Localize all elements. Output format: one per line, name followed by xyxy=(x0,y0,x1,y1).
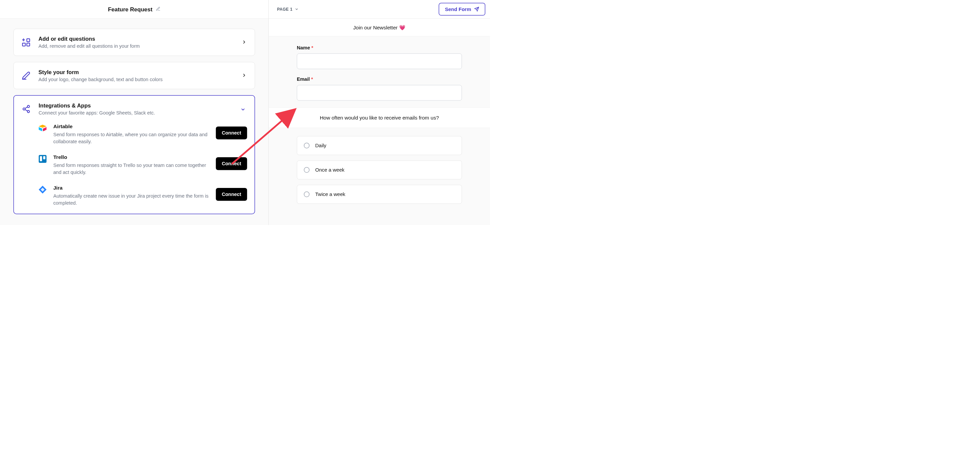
email-label: Email * xyxy=(297,76,462,82)
integration-jira: Jira Automatically create new issue in y… xyxy=(38,185,247,206)
chevron-right-icon xyxy=(242,73,247,78)
questions-icon xyxy=(21,37,31,48)
option-label: Once a week xyxy=(315,167,345,173)
radio-icon xyxy=(304,167,310,173)
editor-body: Add or edit questions Add, remove and ed… xyxy=(0,19,269,225)
preview-panel: PAGE 1 Send Form Join our Newsletter 💗 N… xyxy=(269,0,490,225)
trello-icon xyxy=(38,154,48,163)
required-indicator: * xyxy=(311,76,313,82)
name-label-text: Name xyxy=(297,45,310,51)
integration-name: Jira xyxy=(54,185,209,191)
field-email: Email * xyxy=(297,76,462,101)
integration-name: Trello xyxy=(54,154,209,160)
option-label: Twice a week xyxy=(315,192,345,197)
svg-rect-2 xyxy=(27,39,30,42)
card-style[interactable]: Style your form Add your logo, change ba… xyxy=(13,62,255,89)
frequency-options: Daily Once a week Twice a week xyxy=(269,128,490,204)
card-integrations-title: Integrations & Apps xyxy=(39,103,155,109)
preview-header: PAGE 1 Send Form xyxy=(269,0,490,19)
chevron-right-icon xyxy=(242,40,247,45)
integration-desc: Send form responses to Airtable, where y… xyxy=(54,131,209,145)
radio-icon xyxy=(304,192,310,197)
svg-rect-13 xyxy=(43,156,45,159)
card-style-title: Style your form xyxy=(38,69,163,76)
email-label-text: Email xyxy=(297,76,310,82)
card-integrations[interactable]: Integrations & Apps Connect your favorit… xyxy=(13,95,255,214)
card-integrations-desc: Connect your favorite apps: Google Sheet… xyxy=(39,110,155,116)
integration-trello: Trello Send form responses straight to T… xyxy=(38,154,247,176)
send-form-button[interactable]: Send Form xyxy=(439,3,485,16)
option-once-a-week[interactable]: Once a week xyxy=(297,160,462,180)
connect-trello-button[interactable]: Connect xyxy=(216,157,247,170)
chevron-down-icon[interactable] xyxy=(241,107,246,113)
name-label: Name * xyxy=(297,45,462,51)
style-icon xyxy=(21,70,31,81)
card-style-desc: Add your logo, change background, text a… xyxy=(38,77,163,82)
svg-rect-3 xyxy=(22,43,25,46)
svg-rect-12 xyxy=(40,156,42,161)
connect-jira-button[interactable]: Connect xyxy=(216,188,247,201)
integration-airtable: Airtable Send form responses to Airtable… xyxy=(38,124,247,145)
name-input[interactable] xyxy=(297,54,462,69)
send-icon xyxy=(474,7,479,12)
option-label: Daily xyxy=(315,143,326,149)
edit-title-icon[interactable] xyxy=(156,7,161,12)
integration-desc: Automatically create new issue in your J… xyxy=(54,192,209,206)
integration-desc: Send form responses straight to Trello s… xyxy=(54,162,209,176)
page-selector-label: PAGE 1 xyxy=(277,7,293,12)
card-questions-title: Add or edit questions xyxy=(38,36,140,42)
radio-icon xyxy=(304,143,310,149)
preview-form-title: Join our Newsletter 💗 xyxy=(269,19,490,37)
email-input[interactable] xyxy=(297,85,462,101)
option-twice-a-week[interactable]: Twice a week xyxy=(297,185,462,204)
card-questions-desc: Add, remove and edit all questions in yo… xyxy=(38,43,140,49)
integration-name: Airtable xyxy=(54,124,209,130)
chevron-down-icon xyxy=(295,7,299,11)
editor-panel: Feature Request Add or edit questions xyxy=(0,0,269,225)
airtable-icon xyxy=(38,124,48,133)
required-indicator: * xyxy=(312,45,313,51)
send-form-label: Send Form xyxy=(445,6,471,12)
svg-rect-4 xyxy=(27,43,30,46)
option-daily[interactable]: Daily xyxy=(297,136,462,155)
integrations-list: Airtable Send form responses to Airtable… xyxy=(21,124,247,206)
editor-header: Feature Request xyxy=(0,0,269,19)
svg-line-9 xyxy=(25,107,27,108)
jira-icon xyxy=(38,185,48,194)
integrations-icon xyxy=(21,104,32,114)
frequency-question: How often would you like to receive emai… xyxy=(269,108,490,128)
svg-line-10 xyxy=(25,109,27,111)
card-questions[interactable]: Add or edit questions Add, remove and ed… xyxy=(13,29,255,56)
form-title: Feature Request xyxy=(108,6,153,13)
field-name: Name * xyxy=(297,45,462,70)
preview-form-fields: Name * Email * xyxy=(269,37,490,108)
connect-airtable-button[interactable]: Connect xyxy=(216,127,247,139)
page-selector[interactable]: PAGE 1 xyxy=(277,7,299,12)
